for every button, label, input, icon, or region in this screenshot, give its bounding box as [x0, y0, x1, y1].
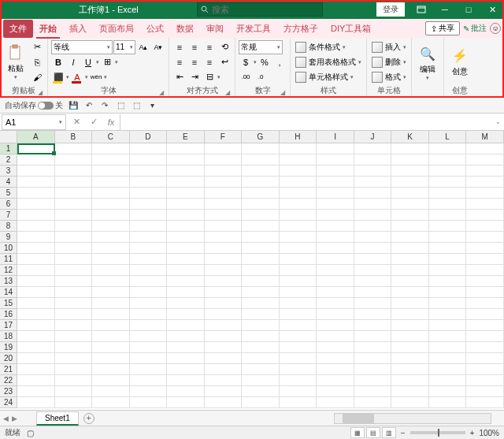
cell[interactable] — [466, 353, 504, 364]
cell[interactable] — [429, 210, 467, 221]
cell[interactable] — [354, 254, 392, 265]
cell[interactable] — [466, 166, 504, 177]
cell[interactable] — [17, 276, 55, 287]
page-break-view-icon[interactable]: ▥ — [382, 427, 396, 438]
ideas-button[interactable]: ⚡ 创意 — [447, 39, 472, 84]
cell[interactable] — [466, 309, 504, 320]
cell[interactable] — [92, 397, 130, 408]
cell[interactable] — [92, 342, 130, 353]
cell[interactable] — [317, 188, 354, 199]
cell[interactable] — [167, 331, 205, 342]
row-header[interactable]: 18 — [0, 331, 17, 342]
cell[interactable] — [466, 221, 504, 232]
cell[interactable] — [242, 243, 280, 254]
cell[interactable] — [17, 287, 55, 298]
cell[interactable] — [466, 331, 504, 342]
row-header[interactable]: 2 — [0, 154, 17, 166]
cell[interactable] — [391, 188, 429, 199]
cell[interactable] — [205, 210, 243, 221]
cell[interactable] — [17, 353, 55, 364]
cell[interactable] — [354, 342, 392, 353]
cell[interactable] — [280, 397, 317, 408]
cell[interactable] — [317, 342, 354, 353]
cell[interactable] — [317, 143, 354, 154]
increase-font-icon[interactable]: A▴ — [136, 40, 150, 54]
cell[interactable] — [55, 210, 93, 221]
cell[interactable] — [92, 210, 130, 221]
cell[interactable] — [280, 353, 317, 364]
cell[interactable] — [391, 210, 429, 221]
cell[interactable] — [242, 364, 280, 375]
increase-decimal-icon[interactable]: .00 — [239, 70, 253, 84]
row-header[interactable]: 20 — [0, 353, 17, 364]
cell[interactable] — [354, 265, 392, 276]
tab-diy[interactable]: DIY工具箱 — [324, 20, 377, 38]
row-header[interactable]: 17 — [0, 320, 17, 331]
cell[interactable] — [55, 342, 93, 353]
wrap-text-icon[interactable]: ↩ — [217, 55, 232, 69]
cell[interactable] — [92, 232, 130, 243]
cell[interactable] — [242, 309, 280, 320]
cell[interactable] — [167, 397, 205, 408]
cell[interactable] — [92, 177, 130, 188]
cell[interactable] — [391, 287, 429, 298]
insert-cells-button[interactable]: 插入▾ — [370, 40, 408, 54]
cell[interactable] — [205, 188, 243, 199]
cell[interactable] — [92, 154, 130, 166]
tab-file[interactable]: 文件 — [3, 20, 33, 38]
cell[interactable] — [130, 309, 168, 320]
tab-insert[interactable]: 插入 — [63, 20, 93, 38]
align-top-icon[interactable]: ≡ — [172, 40, 187, 54]
redo-icon[interactable]: ↷ — [99, 100, 110, 111]
cell[interactable] — [17, 166, 55, 177]
dialog-launcher-icon[interactable]: ◢ — [38, 89, 43, 96]
cell[interactable] — [17, 143, 55, 154]
cell[interactable] — [205, 199, 243, 210]
cell[interactable] — [354, 375, 392, 386]
cell[interactable] — [391, 177, 429, 188]
decrease-decimal-icon[interactable]: .0 — [254, 70, 268, 84]
cell[interactable] — [429, 364, 467, 375]
cell[interactable] — [391, 166, 429, 177]
cell[interactable] — [167, 298, 205, 309]
search-box[interactable] — [197, 2, 323, 17]
cell[interactable] — [429, 166, 467, 177]
cell[interactable] — [205, 177, 243, 188]
row-header[interactable]: 24 — [0, 397, 17, 408]
cell[interactable] — [167, 342, 205, 353]
cell[interactable] — [354, 232, 392, 243]
maximize-icon[interactable]: □ — [457, 0, 480, 19]
number-format-select[interactable]: 常规▾ — [239, 40, 283, 54]
cell[interactable] — [17, 375, 55, 386]
delete-cells-button[interactable]: 删除▾ — [370, 55, 408, 69]
cell[interactable] — [167, 320, 205, 331]
qat-customize-icon[interactable]: ▾ — [146, 100, 158, 111]
cell[interactable] — [167, 276, 205, 287]
cell[interactable] — [167, 210, 205, 221]
cell[interactable] — [317, 386, 354, 397]
cell[interactable] — [317, 287, 354, 298]
cell[interactable] — [466, 276, 504, 287]
macro-record-icon[interactable]: ▢ — [27, 429, 34, 437]
cell[interactable] — [466, 154, 504, 166]
cell[interactable] — [55, 254, 93, 265]
row-header[interactable]: 19 — [0, 342, 17, 353]
close-icon[interactable]: ✕ — [480, 0, 504, 19]
cell[interactable] — [354, 210, 392, 221]
cell[interactable] — [429, 232, 467, 243]
cell[interactable] — [55, 375, 93, 386]
cell[interactable] — [130, 243, 168, 254]
cell[interactable] — [466, 199, 504, 210]
qat-icon-2[interactable]: ⬚ — [131, 100, 142, 111]
align-bottom-icon[interactable]: ≡ — [202, 40, 217, 54]
cell[interactable] — [242, 320, 280, 331]
row-header[interactable]: 1 — [0, 143, 17, 154]
cell[interactable] — [429, 342, 467, 353]
save-icon[interactable]: 💾 — [68, 100, 79, 111]
cell[interactable] — [317, 210, 354, 221]
ribbon-display-icon[interactable] — [410, 0, 433, 19]
cell[interactable] — [92, 166, 130, 177]
cell[interactable] — [242, 342, 280, 353]
cell[interactable] — [242, 298, 280, 309]
cell[interactable] — [280, 188, 317, 199]
